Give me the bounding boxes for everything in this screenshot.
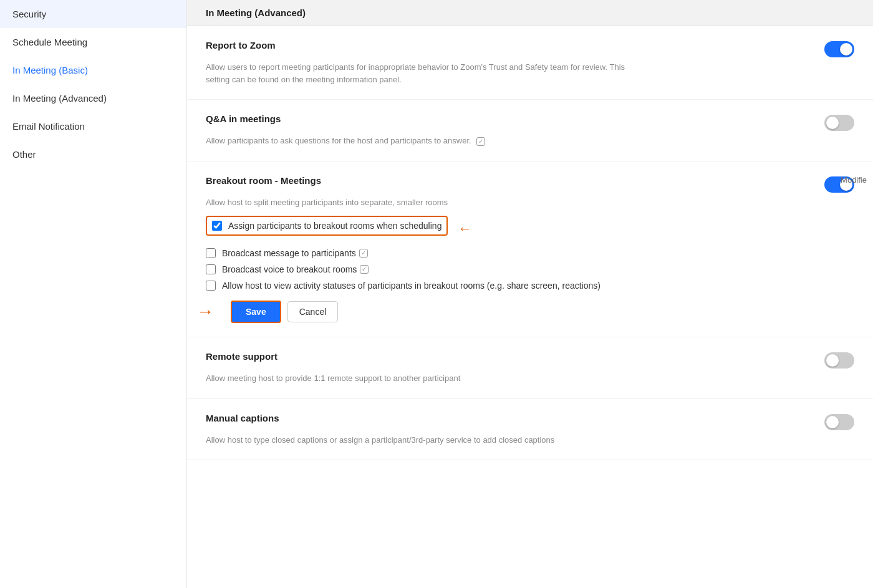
sidebar-item-security[interactable]: Security	[0, 0, 186, 28]
toggle-qa-in-meetings[interactable]	[824, 115, 854, 131]
checkbox-row-broadcast-message: Broadcast message to participants✓	[206, 248, 854, 258]
toggle-thumb-qa-in-meetings	[826, 117, 839, 129]
modified-badge-breakout-room: Modifie	[841, 175, 873, 185]
toggle-thumb-remote-support	[826, 354, 839, 367]
checkbox-label-view-activity: Allow host to view activity statuses of …	[222, 281, 600, 291]
setting-desc-remote-support: Allow meeting host to provide 1:1 remote…	[206, 372, 642, 385]
checkbox-row-view-activity: Allow host to view activity statuses of …	[206, 281, 854, 291]
toggle-track-remote-support[interactable]	[824, 352, 854, 369]
setting-right-remote-support	[812, 351, 854, 369]
sidebar-item-email-notification[interactable]: Email Notification	[0, 112, 186, 140]
setting-desc-report-to-zoom: Allow users to report meeting participan…	[206, 61, 642, 85]
arrow-annotation: ←	[458, 221, 471, 237]
setting-header-qa-in-meetings: Q&A in meetings	[206, 113, 854, 131]
info-icon-broadcast-message: ✓	[359, 249, 368, 258]
sidebar-item-other[interactable]: Other	[0, 140, 186, 168]
setting-right-qa-in-meetings	[812, 113, 854, 131]
setting-header-manual-captions: Manual captions	[206, 413, 854, 430]
checkbox-broadcast-voice[interactable]	[206, 264, 216, 274]
checkbox-label-broadcast-message: Broadcast message to participants	[222, 248, 356, 258]
setting-row-breakout-room: Breakout room - MeetingsModifieAllow hos…	[187, 161, 873, 338]
setting-header-breakout-room: Breakout room - Meetings	[206, 175, 854, 193]
sidebar: SecuritySchedule MeetingIn Meeting (Basi…	[0, 0, 187, 588]
checkbox-row-broadcast-voice: Broadcast voice to breakout rooms✓	[206, 264, 854, 274]
setting-title-remote-support: Remote support	[206, 351, 277, 362]
setting-desc-qa-in-meetings: Allow participants to ask questions for …	[206, 135, 642, 147]
section-header: In Meeting (Advanced)	[187, 0, 873, 26]
sidebar-item-schedule-meeting[interactable]: Schedule Meeting	[0, 28, 186, 56]
info-icon-qa-in-meetings: ✓	[476, 137, 485, 146]
main-content: In Meeting (Advanced) Report to ZoomAllo…	[187, 0, 873, 588]
setting-row-report-to-zoom: Report to ZoomAllow users to report meet…	[187, 26, 873, 100]
checkbox-assign-participants[interactable]	[212, 221, 222, 231]
toggle-track-report-to-zoom[interactable]	[824, 41, 854, 57]
sidebar-item-in-meeting-basic[interactable]: In Meeting (Basic)	[0, 56, 186, 84]
checkbox-broadcast-message[interactable]	[206, 248, 216, 258]
toggle-track-manual-captions[interactable]	[824, 414, 854, 430]
toggle-manual-captions[interactable]	[824, 414, 854, 430]
checkbox-label-assign-participants: Assign participants to breakout rooms wh…	[228, 221, 441, 231]
toggle-thumb-manual-captions	[826, 416, 839, 428]
save-button[interactable]: Save	[231, 301, 281, 323]
setting-row-manual-captions: Manual captionsAllow host to type closed…	[187, 399, 873, 461]
toggle-remote-support[interactable]	[824, 352, 854, 369]
setting-title-qa-in-meetings: Q&A in meetings	[206, 113, 281, 124]
setting-desc-breakout-room: Allow host to split meeting participants…	[206, 196, 642, 209]
highlighted-option-wrapper: Assign participants to breakout rooms wh…	[206, 216, 854, 242]
setting-title-report-to-zoom: Report to Zoom	[206, 40, 276, 51]
checkbox-label-broadcast-voice: Broadcast voice to breakout rooms	[222, 264, 357, 274]
setting-right-manual-captions	[812, 413, 854, 430]
setting-header-report-to-zoom: Report to Zoom	[206, 40, 854, 57]
checkbox-view-activity[interactable]	[206, 281, 216, 291]
arrow-save-annotation: →	[196, 302, 214, 322]
breakout-sub-options: Assign participants to breakout rooms wh…	[206, 216, 854, 291]
app-layout: SecuritySchedule MeetingIn Meeting (Basi…	[0, 0, 873, 588]
setting-right-report-to-zoom	[812, 40, 854, 57]
sidebar-item-in-meeting-advanced[interactable]: In Meeting (Advanced)	[0, 84, 186, 112]
setting-header-remote-support: Remote support	[206, 351, 854, 369]
cancel-button[interactable]: Cancel	[287, 301, 339, 322]
section-title: In Meeting (Advanced)	[206, 7, 306, 18]
checkbox-row-assign-participants: Assign participants to breakout rooms wh…	[206, 216, 448, 236]
setting-desc-manual-captions: Allow host to type closed captions or as…	[206, 434, 642, 446]
toggle-report-to-zoom[interactable]	[824, 41, 854, 57]
info-icon-broadcast-voice: ✓	[360, 265, 369, 274]
setting-row-qa-in-meetings: Q&A in meetingsAllow participants to ask…	[187, 100, 873, 161]
toggle-track-qa-in-meetings[interactable]	[824, 115, 854, 131]
toggle-thumb-report-to-zoom	[840, 43, 852, 55]
setting-title-manual-captions: Manual captions	[206, 413, 279, 423]
setting-row-remote-support: Remote supportAllow meeting host to prov…	[187, 337, 873, 399]
setting-title-breakout-room: Breakout room - Meetings	[206, 175, 321, 186]
save-cancel-row: →SaveCancel	[231, 301, 854, 323]
